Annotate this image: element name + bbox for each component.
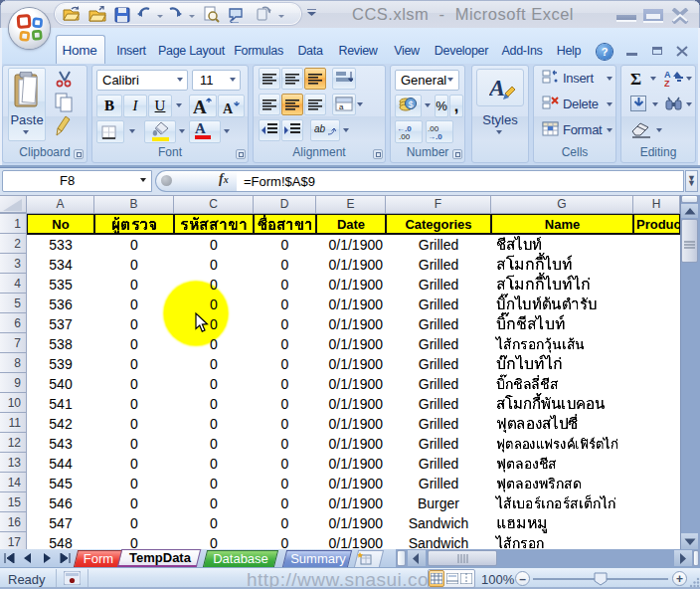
svg-text:a: a [339, 102, 344, 111]
svg-text:→.0: →.0 [428, 132, 442, 140]
svg-text:.00: .00 [399, 132, 411, 140]
svg-text:A: A [193, 97, 207, 115]
svg-text:A: A [489, 75, 505, 100]
svg-text:$: $ [409, 99, 414, 109]
svg-text:Z: Z [664, 79, 670, 88]
svg-text:A: A [223, 101, 234, 115]
svg-text:ab: ab [314, 123, 326, 134]
